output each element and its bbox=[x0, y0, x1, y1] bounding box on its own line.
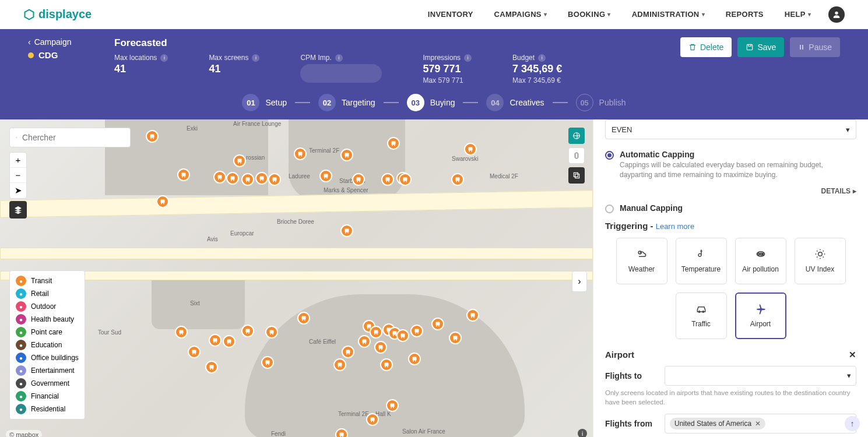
map-marker-transit[interactable] bbox=[146, 130, 159, 143]
step-setup[interactable]: 01Setup bbox=[242, 94, 287, 111]
map-marker-transit[interactable] bbox=[410, 325, 423, 337]
trigger-card-weather[interactable]: Weather bbox=[616, 238, 667, 284]
map-marker-transit[interactable] bbox=[297, 312, 310, 325]
legend-item[interactable]: ●Office buildings bbox=[16, 351, 79, 364]
legend-item[interactable]: ●Health beauty bbox=[16, 313, 79, 326]
step-buying[interactable]: 03Buying bbox=[407, 94, 455, 111]
map-marker-transit[interactable] bbox=[233, 154, 246, 167]
map-marker-transit[interactable] bbox=[188, 346, 201, 358]
legend-item[interactable]: ●Residential bbox=[16, 403, 79, 415]
map-marker-transit[interactable] bbox=[386, 399, 399, 412]
learn-more-link[interactable]: Learn more bbox=[656, 222, 694, 231]
map-marker-transit[interactable] bbox=[370, 326, 382, 339]
flights-from-select[interactable]: United States of America ✕ ▾ bbox=[665, 414, 856, 434]
map-marker-transit[interactable] bbox=[340, 149, 353, 161]
user-avatar[interactable] bbox=[828, 6, 845, 23]
map-marker-transit[interactable] bbox=[380, 358, 393, 371]
nav-administration[interactable]: ADMINISTRATION▾ bbox=[621, 10, 715, 19]
legend-item[interactable]: ●Financial bbox=[16, 390, 79, 403]
map-marker-transit[interactable] bbox=[261, 356, 274, 369]
map-marker-transit[interactable] bbox=[466, 309, 479, 322]
map-marker-transit[interactable] bbox=[319, 170, 332, 182]
map-marker-transit[interactable] bbox=[205, 361, 218, 373]
info-icon[interactable]: i bbox=[538, 54, 546, 62]
trigger-card-plane[interactable]: Airport bbox=[735, 292, 786, 339]
map-search[interactable] bbox=[9, 128, 131, 147]
map-marker-transit[interactable] bbox=[381, 173, 394, 186]
scroll-top-button[interactable]: ↑ bbox=[845, 416, 860, 431]
legend-item[interactable]: ●Education bbox=[16, 339, 79, 351]
brand-logo[interactable]: displayce bbox=[23, 8, 92, 21]
map-marker-transit[interactable] bbox=[333, 358, 346, 371]
zoom-out-button[interactable]: − bbox=[10, 168, 26, 183]
step-publish[interactable]: 05Publish bbox=[576, 94, 626, 111]
map-style-button[interactable] bbox=[568, 128, 585, 144]
breadcrumb-back[interactable]: ‹Campaign bbox=[28, 37, 98, 47]
step-creatives[interactable]: 04Creatives bbox=[486, 94, 544, 111]
info-icon[interactable]: i bbox=[335, 54, 343, 62]
nav-reports[interactable]: REPORTS bbox=[715, 10, 774, 19]
chip-remove-icon[interactable]: ✕ bbox=[755, 420, 761, 428]
map-marker-transit[interactable] bbox=[223, 335, 236, 348]
layers-button[interactable] bbox=[9, 201, 27, 218]
map-marker-transit[interactable] bbox=[431, 318, 444, 330]
capping-manual-option[interactable]: Manual Capping bbox=[605, 203, 856, 214]
nav-help[interactable]: HELP▾ bbox=[774, 10, 821, 19]
map-marker-transit[interactable] bbox=[358, 335, 371, 348]
map-marker-transit[interactable] bbox=[209, 334, 222, 347]
map-marker-transit[interactable] bbox=[265, 326, 278, 339]
map-marker-transit[interactable] bbox=[374, 341, 387, 354]
map-marker-transit[interactable] bbox=[335, 428, 348, 437]
map-marker-transit[interactable] bbox=[255, 172, 268, 185]
map-marker-transit[interactable] bbox=[340, 224, 353, 237]
legend-item[interactable]: ●Outdoor bbox=[16, 300, 79, 313]
map-marker-transit[interactable] bbox=[213, 171, 226, 184]
save-button[interactable]: Save bbox=[737, 37, 784, 57]
map[interactable]: ExkiAir France LoungerossianLadureeTermi… bbox=[0, 119, 593, 437]
map-marker-transit[interactable] bbox=[451, 173, 464, 186]
map-marker-transit[interactable] bbox=[387, 137, 400, 150]
map-marker-transit[interactable] bbox=[399, 173, 412, 186]
map-marker-transit[interactable] bbox=[396, 329, 409, 342]
map-marker-transit[interactable] bbox=[226, 172, 239, 185]
panel-collapse-button[interactable]: › bbox=[572, 271, 587, 292]
details-link[interactable]: DETAILS▸ bbox=[605, 187, 856, 195]
close-icon[interactable]: ✕ bbox=[849, 350, 856, 360]
trigger-card-co2[interactable]: CO2Air pollution bbox=[735, 238, 786, 284]
trigger-card-thermo[interactable]: Temperature bbox=[676, 238, 727, 284]
map-marker-transit[interactable] bbox=[294, 147, 307, 160]
map-info-button[interactable]: i bbox=[578, 429, 587, 437]
map-copy-button[interactable] bbox=[568, 167, 585, 184]
step-targeting[interactable]: 02Targeting bbox=[318, 94, 375, 111]
legend-item[interactable]: ●Entertainment bbox=[16, 364, 79, 377]
legend-item[interactable]: ●Transit bbox=[16, 274, 79, 287]
info-icon[interactable]: i bbox=[252, 54, 259, 62]
capping-auto-option[interactable]: Automatic Capping Cappings will be calcu… bbox=[605, 150, 856, 180]
map-marker-transit[interactable] bbox=[352, 173, 365, 186]
trigger-card-car[interactable]: Traffic bbox=[676, 292, 727, 339]
map-marker-transit[interactable] bbox=[366, 413, 379, 426]
map-marker-transit[interactable] bbox=[464, 143, 477, 156]
map-marker-transit[interactable] bbox=[449, 332, 462, 344]
nav-campaigns[interactable]: CAMPAIGNS▾ bbox=[484, 10, 558, 19]
map-marker-transit[interactable] bbox=[268, 173, 281, 186]
map-marker-transit[interactable] bbox=[241, 173, 254, 186]
map-marker-transit[interactable] bbox=[241, 325, 254, 337]
zoom-in-button[interactable]: + bbox=[10, 153, 26, 168]
flights-to-select[interactable]: ▾ bbox=[665, 366, 856, 386]
legend-item[interactable]: ●Point care bbox=[16, 326, 79, 339]
info-icon[interactable]: i bbox=[464, 54, 472, 62]
delete-button[interactable]: Delete bbox=[680, 37, 732, 57]
map-device-button[interactable] bbox=[568, 147, 585, 164]
pacing-select[interactable]: EVEN▾ bbox=[605, 119, 856, 139]
nav-booking[interactable]: BOOKING▾ bbox=[557, 10, 621, 19]
info-icon[interactable]: i bbox=[160, 54, 168, 62]
reset-north-button[interactable]: ➤ bbox=[10, 183, 26, 198]
pause-button[interactable]: Pause bbox=[790, 37, 840, 57]
map-search-input[interactable] bbox=[22, 133, 124, 142]
legend-item[interactable]: ●Government bbox=[16, 377, 79, 390]
map-marker-transit[interactable] bbox=[177, 168, 190, 181]
map-marker-transit[interactable] bbox=[408, 353, 421, 365]
map-marker-transit[interactable] bbox=[175, 326, 188, 339]
legend-item[interactable]: ●Retail bbox=[16, 287, 79, 300]
